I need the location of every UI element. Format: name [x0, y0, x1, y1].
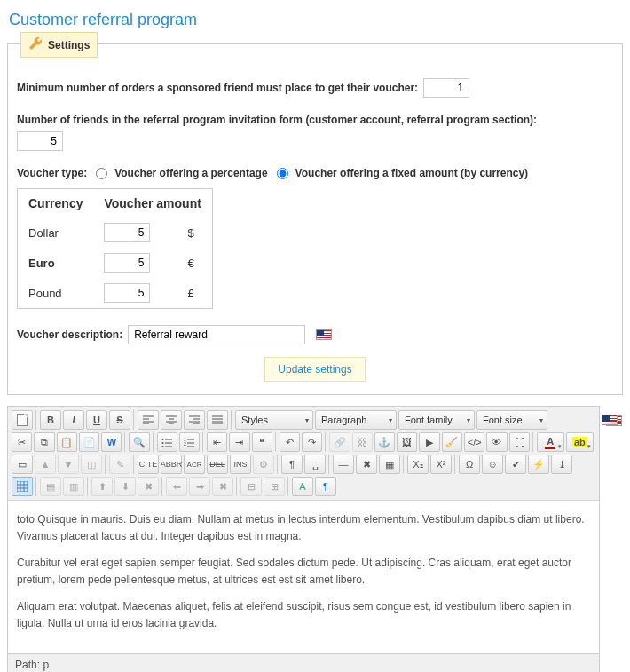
indent-icon[interactable]: ⇥: [229, 432, 249, 452]
image-icon[interactable]: 🖼: [397, 432, 417, 452]
editor-content[interactable]: toto Quisque in mauris. Duis eu diam. Nu…: [8, 501, 599, 653]
currency-name: Euro: [18, 248, 94, 278]
cell-props-icon[interactable]: ▥: [63, 477, 84, 496]
number-list-icon[interactable]: 12: [179, 432, 200, 452]
strike-icon[interactable]: S: [109, 410, 130, 430]
unlink-icon[interactable]: ⛓: [352, 432, 373, 452]
voucher-percent-radio[interactable]: [96, 168, 107, 179]
style-props-icon[interactable]: ✎: [109, 455, 130, 474]
redo-icon[interactable]: ↷: [302, 432, 322, 452]
currency-amount-input[interactable]: [104, 253, 150, 273]
editor-paragraph: toto Quisque in mauris. Duis eu diam. Nu…: [17, 511, 590, 544]
visualchars-icon[interactable]: ¶: [281, 455, 303, 474]
path-value[interactable]: p: [43, 659, 49, 671]
flag-us-icon[interactable]: [602, 415, 618, 425]
forecolor-icon[interactable]: A: [537, 432, 564, 452]
settings-legend: Settings: [20, 32, 98, 58]
layer-abs-icon[interactable]: ◫: [81, 455, 102, 474]
paste-word-icon[interactable]: W: [101, 432, 122, 452]
preview-icon[interactable]: 👁: [486, 432, 507, 452]
merge-cells-icon[interactable]: ⊞: [264, 477, 285, 496]
attribs-icon[interactable]: ⚙: [253, 455, 274, 474]
remove-format-icon[interactable]: ✖: [356, 455, 377, 474]
flag-us-icon[interactable]: [316, 329, 332, 340]
code-icon[interactable]: </>: [464, 432, 484, 452]
charmap-icon[interactable]: Ω: [459, 455, 480, 474]
abbr-icon[interactable]: ABBR: [161, 455, 182, 474]
row-before-icon[interactable]: ⬆: [91, 477, 113, 496]
layer-icon[interactable]: ▭: [12, 455, 33, 474]
sub-icon[interactable]: X₂: [407, 455, 429, 474]
fullscreen-icon[interactable]: ⛶: [509, 432, 530, 452]
editor-path-bar: Path: p: [8, 653, 599, 672]
ins-icon[interactable]: INS: [230, 455, 251, 474]
font-size-select[interactable]: Font size: [476, 410, 547, 430]
min-orders-input[interactable]: [423, 78, 469, 98]
link-icon[interactable]: 🔗: [329, 432, 350, 452]
align-right-icon[interactable]: [184, 410, 205, 430]
bold-icon[interactable]: B: [40, 410, 61, 430]
editor-paragraph: Curabitur vel erat eget sapien semper fe…: [17, 555, 590, 588]
acronym-icon[interactable]: ACR: [184, 455, 205, 474]
underline-icon[interactable]: U: [86, 410, 107, 430]
num-friends-row: Number of friends in the referral progra…: [17, 114, 613, 151]
voucher-type-row: Voucher type: Voucher offering a percent…: [17, 167, 613, 179]
paragraph-select[interactable]: Paragraph: [315, 410, 397, 430]
bullet-list-icon[interactable]: [157, 432, 177, 452]
undo-icon[interactable]: ↶: [280, 432, 300, 452]
sup-icon[interactable]: X²: [430, 455, 452, 474]
blockquote-icon[interactable]: ❝: [252, 432, 272, 452]
path-label: Path:: [15, 659, 40, 671]
row-delete-icon[interactable]: ✖: [138, 477, 159, 496]
backcolor-icon[interactable]: ab: [566, 432, 594, 452]
paste-text-icon[interactable]: 📄: [79, 432, 99, 452]
col-after-icon[interactable]: ➡: [189, 477, 210, 496]
nbsp-icon[interactable]: ␣: [304, 455, 326, 474]
cut-icon[interactable]: ✂: [12, 432, 32, 452]
align-left-icon[interactable]: [138, 410, 159, 430]
iespell-icon[interactable]: ✔: [505, 455, 526, 474]
layer-forward-icon[interactable]: ▲: [35, 455, 56, 474]
currency-amount-input[interactable]: [104, 223, 150, 242]
cite-icon[interactable]: CITE: [138, 455, 159, 474]
media-icon[interactable]: ▶: [419, 432, 439, 452]
italic-icon[interactable]: I: [63, 410, 84, 430]
update-settings-button[interactable]: Update settings: [264, 357, 365, 382]
svg-text:2: 2: [184, 441, 186, 447]
anchor-icon[interactable]: ⚓: [374, 432, 395, 452]
currency-symbol: €: [186, 248, 213, 278]
voucher-fixed-radio[interactable]: [277, 168, 288, 179]
new-document-icon[interactable]: [12, 410, 33, 430]
currency-table: Currency Voucher amount Dollar $ Euro € …: [17, 188, 213, 309]
table-icon[interactable]: [12, 477, 33, 496]
col-delete-icon[interactable]: ✖: [212, 477, 233, 496]
ltr-icon[interactable]: A: [292, 477, 313, 496]
flash-icon[interactable]: ⚡: [528, 455, 549, 474]
paste-icon[interactable]: 📋: [57, 432, 77, 452]
align-justify-icon[interactable]: [207, 410, 228, 430]
layer-back-icon[interactable]: ▼: [58, 455, 79, 474]
rtl-icon[interactable]: ¶: [315, 477, 336, 496]
del-icon[interactable]: DEL: [207, 455, 228, 474]
copy-icon[interactable]: ⧉: [34, 432, 54, 452]
min-orders-row: Minimum number of orders a sponsored fri…: [17, 78, 613, 98]
clean-icon[interactable]: 🧹: [442, 432, 462, 452]
num-friends-input[interactable]: [17, 131, 63, 151]
currency-amount-input[interactable]: [104, 283, 150, 303]
voucher-desc-input[interactable]: [128, 325, 305, 344]
emoticon-icon[interactable]: ☺: [482, 455, 503, 474]
num-friends-label: Number of friends in the referral progra…: [17, 114, 613, 126]
split-cells-icon[interactable]: ⊟: [240, 477, 262, 496]
find-icon[interactable]: 🔍: [129, 432, 149, 452]
styles-select[interactable]: Styles: [235, 410, 313, 430]
col-before-icon[interactable]: ⬅: [166, 477, 187, 496]
svg-rect-5: [17, 481, 28, 492]
row-props-icon[interactable]: ▤: [40, 477, 61, 496]
outdent-icon[interactable]: ⇤: [207, 432, 227, 452]
row-after-icon[interactable]: ⬇: [114, 477, 136, 496]
align-center-icon[interactable]: [161, 410, 182, 430]
pagebreak-icon[interactable]: ⤓: [551, 455, 572, 474]
hr-icon[interactable]: —: [333, 455, 354, 474]
visual-aid-icon[interactable]: ▦: [379, 455, 400, 474]
font-family-select[interactable]: Font family: [398, 410, 475, 430]
